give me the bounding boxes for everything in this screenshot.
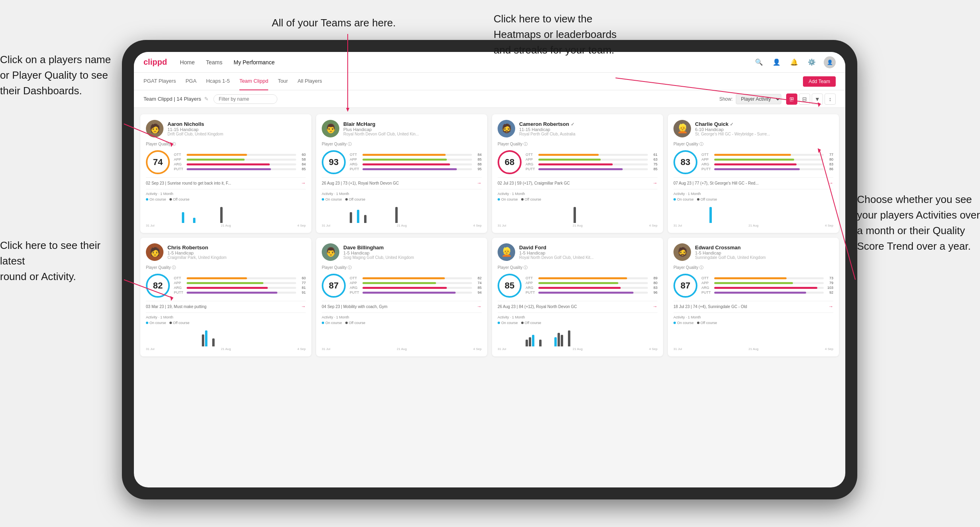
- oncourse-label: On course: [677, 321, 694, 325]
- quality-row: 85 OTT 89 APP 80 ARG 83 PUT: [498, 274, 657, 298]
- player-handicap: 1-5 Handicap: [695, 251, 833, 255]
- latest-round[interactable]: 04 Sep 23 | Mobility with coach, Gym →: [322, 301, 482, 309]
- grid4-view-icon[interactable]: ⊞: [786, 93, 797, 105]
- subnav-pgat[interactable]: PGAT Players: [143, 73, 176, 90]
- quality-score[interactable]: 93: [322, 150, 346, 174]
- offcourse-legend: Off course: [697, 321, 717, 325]
- latest-round[interactable]: 03 Mar 23 | 19, Must make putting →: [146, 301, 306, 309]
- sort-icon[interactable]: ↕: [825, 93, 836, 105]
- quality-stats: OTT 60 APP 58 ARG 84 PUTT 85: [174, 153, 306, 172]
- quality-score[interactable]: 83: [673, 150, 697, 174]
- oncourse-label: On course: [677, 197, 694, 201]
- ott-stat: OTT 89: [526, 276, 657, 280]
- user-avatar[interactable]: 👤: [824, 56, 836, 68]
- quality-score[interactable]: 87: [673, 274, 697, 298]
- player-name[interactable]: Edward Crossman: [695, 245, 833, 251]
- arg-stat: ARG 83: [526, 286, 657, 290]
- player-name[interactable]: Blair McHarg: [343, 121, 482, 127]
- latest-round[interactable]: 02 Sep 23 | Sunrise round to get back in…: [146, 177, 306, 186]
- app-stat: APP 85: [350, 157, 482, 161]
- nav-items: Home Teams My Performance: [180, 59, 753, 66]
- chart-labels: 31 Jul 21 Aug 4 Sep: [146, 224, 306, 227]
- player-avatar: 🧑: [146, 120, 163, 137]
- activity-chart: [322, 203, 482, 223]
- add-team-button[interactable]: Add Team: [803, 76, 836, 87]
- activity-header: Activity · 1 Month: [322, 315, 482, 319]
- quality-label: Player Quality ⓘ: [146, 141, 306, 147]
- search-icon[interactable]: 🔍: [753, 57, 765, 68]
- latest-round[interactable]: 26 Aug 23 | 73 (+1), Royal North Devon G…: [322, 177, 482, 186]
- oncourse-legend: On course: [673, 197, 694, 201]
- quality-score[interactable]: 74: [146, 150, 170, 174]
- player-card[interactable]: 🧑 Aaron Nicholls 11-15 Handicap Drift Go…: [140, 114, 311, 233]
- player-name[interactable]: David Ford: [519, 245, 657, 251]
- app-stat: APP 79: [701, 281, 833, 285]
- quality-score[interactable]: 82: [146, 274, 170, 298]
- oncourse-dot: [498, 322, 500, 324]
- quality-label: Player Quality ⓘ: [146, 265, 306, 270]
- activity-legend: On course Off course: [673, 197, 833, 201]
- latest-round[interactable]: 26 Aug 23 | 84 (+12), Royal North Devon …: [498, 301, 657, 309]
- offcourse-legend: Off course: [521, 197, 541, 201]
- subnav-pga[interactable]: PGA: [185, 73, 196, 90]
- player-name[interactable]: Dave Billingham: [343, 245, 482, 251]
- filter-input[interactable]: [213, 94, 277, 104]
- player-card[interactable]: 👱 David Ford 1-5 Handicap Royal North De…: [492, 238, 663, 356]
- player-name[interactable]: Charlie Quick ✓: [695, 121, 833, 127]
- latest-round[interactable]: 18 Jul 23 | 74 (+4), Sunningdale GC - Ol…: [673, 301, 833, 309]
- quality-stats: OTT 60 APP 77 ARG 81 PUTT 91: [174, 276, 306, 295]
- player-card[interactable]: 👨 Blair McHarg Plus Handicap Royal North…: [316, 114, 487, 233]
- player-card[interactable]: 🧑 Chris Robertson 1-5 Handicap Craigmill…: [140, 238, 311, 356]
- oncourse-label: On course: [501, 197, 518, 201]
- offcourse-label: Off course: [701, 321, 717, 325]
- sub-nav: PGAT Players PGA Hcaps 1-5 Team Clippd T…: [134, 73, 845, 90]
- latest-round[interactable]: 07 Aug 23 | 77 (+7), St George's Hill GC…: [673, 177, 833, 186]
- player-name[interactable]: Cameron Robertson ✓: [519, 121, 657, 127]
- filter-view-icon[interactable]: ▼: [812, 93, 823, 105]
- grid3-view-icon[interactable]: ⊟: [799, 93, 810, 105]
- team-label: Team Clippd | 14 Players: [143, 96, 201, 102]
- subnav-hcaps[interactable]: Hcaps 1-5: [206, 73, 230, 90]
- subnav-tour[interactable]: Tour: [278, 73, 288, 90]
- round-text: 02 Sep 23 | Sunrise round to get back in…: [146, 181, 231, 185]
- quality-score[interactable]: 87: [322, 274, 346, 298]
- settings-icon[interactable]: ⚙️: [806, 57, 817, 68]
- quality-stats: OTT 77 APP 80 ARG 83 PUTT 86: [701, 153, 833, 172]
- player-handicap: 1-5 Handicap: [519, 251, 657, 255]
- player-card[interactable]: 🧔 Cameron Robertson ✓ 11-15 Handicap Roy…: [492, 114, 663, 233]
- activity-legend: On course Off course: [146, 197, 306, 201]
- top-nav: clippd Home Teams My Performance 🔍 👤 🔔 ⚙…: [134, 52, 845, 73]
- quality-label: Player Quality ⓘ: [673, 141, 833, 147]
- subnav-team-clippd[interactable]: Team Clippd: [239, 73, 268, 90]
- show-select[interactable]: Player Activity: [736, 94, 781, 104]
- player-card[interactable]: 🧔 Edward Crossman 1-5 Handicap Sunningda…: [668, 238, 839, 356]
- arg-stat: ARG 85: [350, 286, 482, 290]
- nav-home[interactable]: Home: [180, 59, 195, 66]
- player-card[interactable]: 👨 Dave Billingham 1-5 Handicap Soig Magi…: [316, 238, 487, 356]
- oncourse-dot: [673, 322, 676, 324]
- quality-score[interactable]: 85: [498, 274, 522, 298]
- activity-section: Activity · 1 Month On course Off course …: [498, 312, 657, 351]
- players-grid: 🧑 Aaron Nicholls 11-15 Handicap Drift Go…: [134, 108, 845, 487]
- offcourse-legend: Off course: [345, 197, 365, 201]
- player-name[interactable]: Aaron Nicholls: [167, 121, 306, 127]
- activity-legend: On course Off course: [498, 321, 657, 325]
- edit-icon[interactable]: ✎: [204, 96, 209, 102]
- subnav-all-players[interactable]: All Players: [297, 73, 322, 90]
- round-arrow-icon: →: [477, 180, 482, 186]
- quality-score[interactable]: 68: [498, 150, 522, 174]
- player-name[interactable]: Chris Robertson: [167, 245, 306, 251]
- latest-round[interactable]: 02 Jul 23 | 59 (+17), Craigmillar Park G…: [498, 177, 657, 186]
- arg-stat: ARG 84: [174, 162, 306, 166]
- nav-teams[interactable]: Teams: [206, 59, 222, 66]
- player-card[interactable]: 👱 Charlie Quick ✓ 6-10 Handicap St. Geor…: [668, 114, 839, 233]
- round-arrow-icon: →: [301, 180, 306, 186]
- oncourse-legend: On course: [322, 197, 342, 201]
- bell-icon[interactable]: 🔔: [789, 57, 800, 68]
- player-avatar: 👨: [322, 120, 339, 137]
- nav-my-performance[interactable]: My Performance: [233, 59, 275, 66]
- person-icon[interactable]: 👤: [771, 57, 782, 68]
- player-info: Charlie Quick ✓ 6-10 Handicap St. George…: [695, 121, 833, 136]
- oncourse-legend: On course: [498, 197, 518, 201]
- round-arrow-icon: →: [829, 180, 833, 186]
